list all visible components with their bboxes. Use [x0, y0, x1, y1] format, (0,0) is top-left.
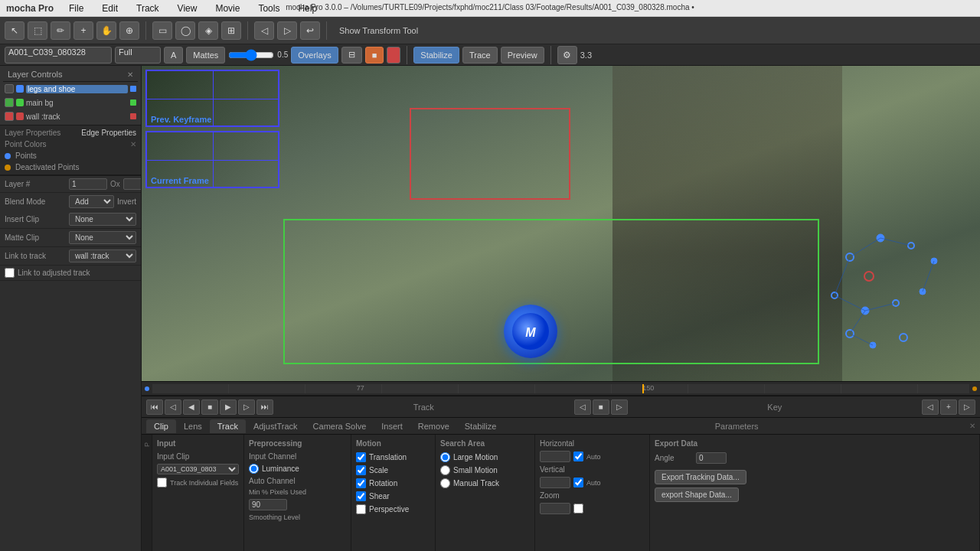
- tool-back[interactable]: ◁: [254, 21, 274, 40]
- settings-icon[interactable]: ⚙: [557, 46, 577, 64]
- manual-track-radio[interactable]: [440, 478, 450, 488]
- vertical-input[interactable]: [540, 477, 570, 488]
- tool-select[interactable]: ⬚: [28, 21, 47, 40]
- ox-input[interactable]: 150: [123, 178, 141, 190]
- next-frame-btn[interactable]: ▷: [238, 399, 255, 415]
- play-fwd-btn[interactable]: ▶: [220, 399, 237, 415]
- link-adjusted-checkbox[interactable]: [5, 268, 15, 278]
- menu-view[interactable]: View: [175, 3, 201, 14]
- close-point-colors-icon[interactable]: ✕: [130, 140, 136, 148]
- tool-undo[interactable]: ↩: [300, 21, 320, 40]
- view-a-btn[interactable]: A: [164, 47, 183, 64]
- prev-frame-btn[interactable]: ◁: [165, 399, 181, 415]
- v-auto-label: Auto: [586, 479, 601, 487]
- v-auto-checkbox[interactable]: [573, 478, 583, 487]
- timeline-dot-orange: [972, 386, 977, 391]
- min-pixels-input[interactable]: [249, 499, 287, 510]
- h-auto-checkbox[interactable]: [573, 452, 583, 461]
- zoom-input[interactable]: [540, 503, 570, 514]
- view-selector[interactable]: Full: [115, 47, 161, 64]
- luminance-radio[interactable]: [249, 464, 259, 474]
- highlight-btn[interactable]: ■: [365, 47, 384, 64]
- scale-checkbox[interactable]: [356, 465, 366, 475]
- overlays-btn[interactable]: Overlays: [291, 47, 338, 64]
- tab-insert[interactable]: Insert: [374, 419, 410, 433]
- rotation-checkbox[interactable]: [356, 478, 366, 488]
- tool-magnet[interactable]: ⊞: [221, 21, 241, 40]
- layer-row-1[interactable]: main bg: [3, 96, 138, 109]
- close-icon[interactable]: ✕: [127, 70, 133, 79]
- key-btn-1[interactable]: ◁: [922, 399, 939, 415]
- track-stop-btn[interactable]: ■: [593, 399, 609, 415]
- mattes-btn[interactable]: Mattes: [186, 47, 225, 64]
- menu-file[interactable]: File: [66, 3, 87, 14]
- small-motion-radio[interactable]: [440, 465, 450, 475]
- tool-hand[interactable]: ✋: [96, 21, 116, 40]
- tab-remove[interactable]: Remove: [410, 419, 457, 433]
- layer-name-2[interactable]: wall :track: [26, 112, 128, 121]
- shear-checkbox[interactable]: [356, 491, 366, 501]
- edge-props-tab[interactable]: Edge Properties: [81, 129, 136, 137]
- menu-edit[interactable]: Edit: [99, 3, 121, 14]
- layer-name-0[interactable]: legs and shoe: [26, 85, 128, 93]
- tool-fwd[interactable]: ▷: [277, 21, 297, 40]
- timeline-ruler[interactable]: 77 150: [142, 382, 980, 396]
- layer-vis-0[interactable]: [5, 84, 14, 93]
- menu-track[interactable]: Track: [133, 3, 162, 14]
- layer-vis-1[interactable]: [5, 98, 14, 107]
- layer-row-0[interactable]: legs and shoe: [3, 82, 138, 96]
- layer-props-tab[interactable]: Layer Properties: [5, 129, 60, 137]
- tab-lens[interactable]: Lens: [176, 419, 210, 433]
- menu-tools[interactable]: Tools: [255, 3, 283, 14]
- translation-checkbox[interactable]: [356, 452, 366, 462]
- input-clip-select[interactable]: A001_C039_0803: [157, 464, 239, 474]
- key-btn-2[interactable]: +: [940, 399, 957, 415]
- layer-row-2[interactable]: wall :track: [3, 109, 138, 123]
- export-shape-button[interactable]: export Shape Data...: [655, 487, 739, 502]
- tab-adjusttrack[interactable]: AdjustTrack: [246, 419, 305, 433]
- clip-selector[interactable]: A001_C039_080328: [5, 47, 112, 64]
- track-individual-checkbox[interactable]: [157, 478, 167, 487]
- large-motion-radio[interactable]: [440, 452, 450, 462]
- z-auto-checkbox[interactable]: [573, 504, 583, 514]
- track-fwd-btn[interactable]: ▷: [611, 399, 628, 415]
- layer-vis-2[interactable]: [5, 112, 14, 121]
- preview-btn[interactable]: Preview: [501, 47, 544, 64]
- key-btn-3[interactable]: ▷: [959, 399, 975, 415]
- timeline-track[interactable]: 77 150: [152, 384, 969, 393]
- menu-movie[interactable]: Movie: [212, 3, 243, 14]
- horizontal-input[interactable]: [540, 451, 570, 462]
- layer-number-input[interactable]: [69, 178, 107, 190]
- layer-name-1[interactable]: main bg: [26, 99, 128, 107]
- tab-clip[interactable]: Clip: [146, 419, 176, 433]
- perspective-checkbox[interactable]: [356, 504, 366, 514]
- matte-clip-select[interactable]: None: [69, 231, 136, 244]
- tab-camerasolve[interactable]: Camera Solve: [305, 419, 374, 433]
- panel-close-icon[interactable]: ✕: [969, 422, 975, 430]
- sync-btn[interactable]: ⊟: [341, 47, 362, 64]
- tool-pen[interactable]: ✏: [51, 21, 70, 40]
- tool-add-point[interactable]: +: [74, 21, 93, 40]
- tool-rect[interactable]: ▭: [152, 21, 172, 40]
- stop-btn[interactable]: ■: [201, 399, 218, 415]
- angle-input[interactable]: [696, 452, 727, 464]
- tab-track[interactable]: Track: [210, 419, 246, 433]
- color-swatch[interactable]: [387, 47, 400, 64]
- tab-stabilize[interactable]: Stabilize: [457, 419, 505, 433]
- tool-bezier[interactable]: ◈: [198, 21, 218, 40]
- tool-arrow[interactable]: ↖: [5, 21, 24, 40]
- link-track-select[interactable]: wall :track: [69, 249, 136, 262]
- skip-start-btn[interactable]: ⏮: [146, 399, 163, 415]
- insert-clip-select[interactable]: None: [69, 213, 136, 226]
- track-back-btn[interactable]: ◁: [574, 399, 591, 415]
- trace-btn[interactable]: Trace: [462, 47, 498, 64]
- tool-ellipse[interactable]: ◯: [175, 21, 195, 40]
- tool-zoom[interactable]: ⊕: [119, 21, 139, 40]
- skip-end-btn[interactable]: ⏭: [256, 399, 273, 415]
- play-back-btn[interactable]: ◀: [183, 399, 200, 415]
- viewport[interactable]: Prev. Keyframe Current Frame: [142, 66, 980, 381]
- stabilize-btn[interactable]: Stabilize: [413, 47, 459, 64]
- export-tracking-button[interactable]: Export Tracking Data...: [655, 470, 746, 484]
- mattes-slider[interactable]: [228, 49, 274, 61]
- blend-mode-select[interactable]: Add: [69, 195, 114, 208]
